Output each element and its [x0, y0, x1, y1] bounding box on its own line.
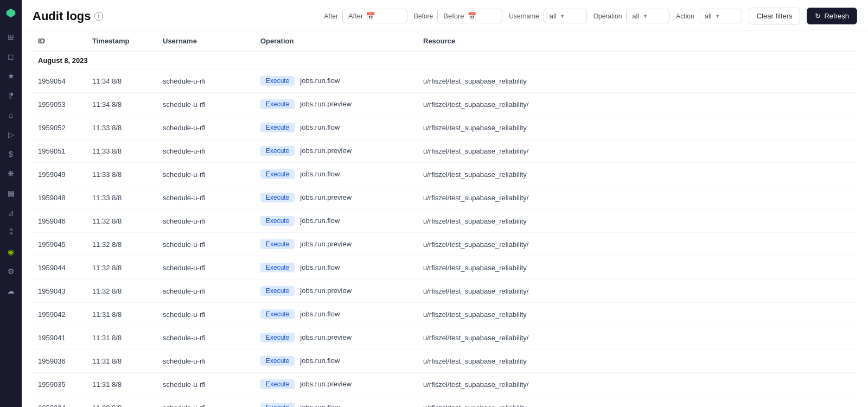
table-row[interactable]: 195905411:34 8/8schedule-u-rfiExecutejob…	[33, 69, 857, 93]
cell-operation: Executejobs.run.flow	[255, 163, 418, 186]
username-value: all	[550, 12, 557, 20]
sidebar-item-dollar[interactable]: $	[2, 145, 20, 163]
table-row[interactable]: 195905311:34 8/8schedule-u-rfiExecutejob…	[33, 93, 857, 116]
action-text: jobs.run.flow	[300, 77, 340, 85]
cell-resource: u/rfiszel/test_supabase_reliability	[418, 256, 857, 279]
cell-id: 1959034	[33, 396, 87, 408]
cell-timestamp: 11:32 8/8	[87, 279, 157, 303]
table-row[interactable]: 195904611:32 8/8schedule-u-rfiExecutejob…	[33, 209, 857, 233]
cell-operation: Executejobs.run.preview	[255, 233, 418, 256]
table-row[interactable]: 195903511:31 8/8schedule-u-rfiExecutejob…	[33, 373, 857, 396]
action-select[interactable]: all ▼	[699, 9, 742, 23]
action-text: jobs.run.flow	[300, 217, 340, 225]
sidebar-item-grid[interactable]: ⊞	[2, 28, 20, 46]
action-text: jobs.run.flow	[300, 170, 340, 178]
cell-operation: Executejobs.run.flow	[255, 303, 418, 326]
cell-id: 1959045	[33, 233, 87, 256]
operation-value: all	[632, 12, 639, 20]
cell-id: 1959042	[33, 303, 87, 326]
table-row[interactable]: 195904311:32 8/8schedule-u-rfiExecutejob…	[33, 279, 857, 303]
sidebar-logo[interactable]	[2, 4, 20, 22]
info-icon[interactable]: i	[94, 12, 103, 21]
execute-badge: Execute	[260, 379, 295, 389]
chevron-down-icon-op: ▼	[642, 13, 648, 19]
sidebar-item-play[interactable]: ▷	[2, 126, 20, 143]
refresh-button[interactable]: ↻ Refresh	[807, 8, 857, 24]
sidebar-item-settings[interactable]: ⚙	[2, 263, 20, 280]
cell-operation: Executejobs.run.preview	[255, 326, 418, 349]
execute-badge: Execute	[260, 309, 295, 319]
cell-id: 1959035	[33, 373, 87, 396]
cell-username: schedule-u-rfi	[157, 186, 255, 209]
cell-operation: Executejobs.run.flow	[255, 116, 418, 139]
cell-resource: u/rfiszel/test_supabase_reliability/	[418, 279, 857, 303]
sidebar-item-group[interactable]: ⁋	[2, 87, 20, 104]
execute-badge: Execute	[260, 99, 295, 109]
sidebar: ⊞ ◻ ★ ⁋ ⌂ ▷ $ ❋ ▤ ⊿ ⁑ ◉ ⚙ ☁	[0, 0, 22, 407]
cell-username: schedule-u-rfi	[157, 326, 255, 349]
cell-username: schedule-u-rfi	[157, 303, 255, 326]
action-text: jobs.run.flow	[300, 310, 340, 318]
execute-badge: Execute	[260, 333, 295, 342]
table-row[interactable]: 195903611:31 8/8schedule-u-rfiExecutejob…	[33, 349, 857, 373]
operation-select[interactable]: all ▼	[626, 9, 669, 23]
before-input[interactable]: Before 📅	[437, 9, 502, 23]
table-row[interactable]: 195904911:33 8/8schedule-u-rfiExecutejob…	[33, 163, 857, 186]
cell-resource: u/rfiszel/test_supabase_reliability/	[418, 233, 857, 256]
table-row[interactable]: 195904411:32 8/8schedule-u-rfiExecutejob…	[33, 256, 857, 279]
action-filter-group: Action all ▼	[676, 9, 742, 23]
cell-operation: Executejobs.run.preview	[255, 139, 418, 163]
cell-resource: u/rfiszel/test_supabase_reliability	[418, 303, 857, 326]
execute-badge: Execute	[260, 146, 295, 156]
sidebar-item-eye[interactable]: ◉	[2, 243, 20, 260]
table-row[interactable]: 195904211:31 8/8schedule-u-rfiExecutejob…	[33, 303, 857, 326]
table-row[interactable]: 195904511:32 8/8schedule-u-rfiExecutejob…	[33, 233, 857, 256]
cell-timestamp: 11:34 8/8	[87, 93, 157, 116]
cell-username: schedule-u-rfi	[157, 349, 255, 373]
table-row[interactable]: 195903411:30 8/8schedule-u-rfiExecutejob…	[33, 396, 857, 408]
sidebar-item-cloud[interactable]: ☁	[2, 282, 20, 300]
cell-username: schedule-u-rfi	[157, 373, 255, 396]
cell-timestamp: 11:31 8/8	[87, 303, 157, 326]
cell-resource: u/rfiszel/test_supabase_reliability	[418, 163, 857, 186]
header: Audit logs i After After 📅 Before Before…	[22, 0, 868, 30]
cell-timestamp: 11:33 8/8	[87, 116, 157, 139]
table-row[interactable]: 195904811:33 8/8schedule-u-rfiExecutejob…	[33, 186, 857, 209]
cell-operation: Executejobs.run.preview	[255, 186, 418, 209]
cell-operation: Executejobs.run.flow	[255, 69, 418, 93]
table-row[interactable]: 195905211:33 8/8schedule-u-rfiExecutejob…	[33, 116, 857, 139]
table-row[interactable]: 195905111:33 8/8schedule-u-rfiExecutejob…	[33, 139, 857, 163]
execute-badge: Execute	[260, 76, 295, 86]
sidebar-item-star[interactable]: ★	[2, 67, 20, 85]
sidebar-item-folder[interactable]: ⊿	[2, 204, 20, 221]
cell-operation: Executejobs.run.flow	[255, 396, 418, 408]
col-header-timestamp: Timestamp	[87, 30, 157, 52]
cell-resource: u/rfiszel/test_supabase_reliability/	[418, 373, 857, 396]
cell-username: schedule-u-rfi	[157, 69, 255, 93]
sidebar-item-puzzle[interactable]: ❋	[2, 165, 20, 182]
execute-badge: Execute	[260, 263, 295, 272]
calendar-after-icon: 📅	[366, 12, 375, 20]
main-content: Audit logs i After After 📅 Before Before…	[22, 0, 868, 407]
sidebar-item-home[interactable]: ⌂	[2, 106, 20, 124]
execute-badge: Execute	[260, 216, 295, 226]
clear-filters-button[interactable]: Clear filters	[749, 8, 801, 24]
table-row[interactable]: 195904111:31 8/8schedule-u-rfiExecutejob…	[33, 326, 857, 349]
sidebar-item-user[interactable]: ◻	[2, 48, 20, 65]
cell-resource: u/rfiszel/test_supabase_reliability	[418, 69, 857, 93]
sidebar-item-file[interactable]: ▤	[2, 185, 20, 202]
action-text: jobs.run.preview	[300, 240, 352, 248]
cell-timestamp: 11:33 8/8	[87, 186, 157, 209]
title-text: Audit logs	[33, 9, 91, 23]
operation-filter-group: Operation all ▼	[593, 9, 670, 23]
action-value: all	[705, 12, 712, 20]
sidebar-item-people[interactable]: ⁑	[2, 224, 20, 241]
cell-operation: Executejobs.run.preview	[255, 373, 418, 396]
cell-id: 1959053	[33, 93, 87, 116]
username-select[interactable]: all ▼	[544, 9, 587, 23]
cell-id: 1959051	[33, 139, 87, 163]
after-input[interactable]: After 📅	[342, 9, 407, 23]
cell-id: 1959043	[33, 279, 87, 303]
refresh-label: Refresh	[824, 12, 849, 20]
cell-resource: u/rfiszel/test_supabase_reliability/	[418, 139, 857, 163]
